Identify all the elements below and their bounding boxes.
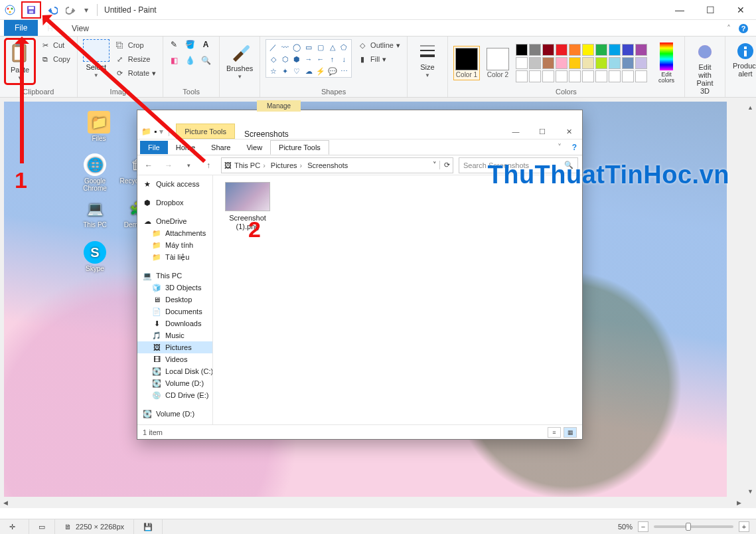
crop-button[interactable]: ⿻Crop (113, 39, 157, 51)
help-icon[interactable]: ? (736, 21, 751, 36)
explorer-qat[interactable]: ▪ (154, 127, 157, 136)
color-swatch[interactable] (595, 44, 607, 56)
color-swatch[interactable] (542, 57, 554, 69)
custom-color-slot[interactable] (569, 70, 581, 82)
nav-recent[interactable]: ▾ (181, 158, 196, 173)
breadcrumb-dropdown[interactable]: ˅ (433, 161, 437, 169)
eraser-tool[interactable]: ◧ (169, 55, 179, 66)
color-swatch[interactable] (516, 44, 528, 56)
tree-item[interactable]: ⬢Dropbox (137, 197, 212, 209)
paint-app-icon[interactable] (3, 3, 17, 17)
ribbon-expand[interactable]: ˅ (552, 143, 567, 152)
custom-color-slot[interactable] (609, 70, 621, 82)
color-swatch[interactable] (622, 57, 634, 69)
tree-item[interactable]: ☁OneDrive (137, 215, 212, 227)
tree-item[interactable]: 🧊3D Objects (137, 282, 212, 294)
fill-tool[interactable]: 🪣 (185, 39, 195, 50)
custom-color-slot[interactable] (516, 70, 528, 82)
color-swatch[interactable] (582, 44, 594, 56)
color-swatch[interactable] (529, 44, 541, 56)
tree-item[interactable]: 📁Attachments (137, 227, 212, 239)
size-button[interactable]: Size▼ (413, 39, 442, 81)
maximize-button[interactable]: ☐ (695, 0, 725, 20)
resize-button[interactable]: ⤢Resize (113, 53, 157, 65)
tree-item[interactable]: ⬇Downloads (137, 317, 212, 329)
edit-colors-button[interactable]: Edit colors (654, 40, 679, 86)
color-swatch[interactable] (609, 57, 621, 69)
tree-item[interactable]: 🎵Music (137, 329, 212, 341)
tree-item[interactable]: 💽Volume (D:) (137, 408, 212, 420)
pencil-tool[interactable]: ✎ (169, 39, 179, 50)
ribbon-collapse[interactable]: ˄ (721, 21, 736, 36)
tree-item[interactable]: 🎞Videos (137, 353, 212, 365)
desktop-icon[interactable]: 📁Files (81, 111, 117, 142)
tree-item[interactable]: 🖼Pictures (137, 341, 212, 353)
product-alert-button[interactable]: Product alert (731, 39, 756, 80)
scroll-up[interactable]: ▲ (745, 102, 756, 113)
desktop-icon[interactable]: 💻This PC (77, 197, 113, 228)
tree-item[interactable]: 📁Tài liệu (137, 251, 212, 263)
explorer-help[interactable]: ? (567, 143, 582, 152)
custom-color-slot[interactable] (582, 70, 594, 82)
custom-color-slot[interactable] (542, 70, 554, 82)
tree-item[interactable]: 💻This PC (137, 270, 212, 282)
breadcrumb-seg[interactable]: Pictures (271, 161, 305, 169)
tree-item[interactable]: 💽Local Disk (C:) (137, 365, 212, 377)
explorer-close[interactable]: ✕ (556, 124, 582, 139)
shapes-gallery[interactable]: ／〰◯▭▢△⬠ ◇⬡⬢→←↑↓ ☆✦♡☁⚡💬⋯ (265, 39, 352, 78)
rotate-button[interactable]: ⟳Rotate ▾ (113, 67, 157, 79)
tree-item[interactable]: 📄Documents (137, 306, 212, 317)
scroll-down[interactable]: ▼ (745, 486, 756, 497)
tree-item[interactable]: 📁Máy tính (137, 239, 212, 251)
color-swatch[interactable] (556, 44, 567, 56)
color-swatch[interactable] (622, 44, 634, 56)
color-swatch[interactable] (529, 57, 541, 69)
minimize-button[interactable]: — (664, 0, 695, 20)
brushes-button[interactable]: Brushes▼ (225, 39, 254, 82)
refresh-icon[interactable]: ⟳ (439, 161, 450, 169)
zoom-in[interactable]: + (739, 521, 749, 532)
color-swatch[interactable] (635, 57, 647, 69)
color-swatch[interactable] (595, 57, 607, 69)
tree-item[interactable]: 💽Volume (D:) (137, 377, 212, 389)
breadcrumb-seg[interactable]: Screenshots (307, 161, 348, 169)
tree-item[interactable]: ★Quick access (137, 178, 212, 190)
zoom-out[interactable]: − (638, 521, 648, 532)
vertical-scrollbar[interactable]: ▲ ▼ (745, 102, 756, 497)
custom-color-slot[interactable] (635, 70, 647, 82)
contextual-tab[interactable]: Picture Tools (176, 124, 235, 139)
nav-back[interactable]: ← (141, 158, 156, 173)
color-swatch[interactable] (582, 57, 594, 69)
shape-outline-button[interactable]: ◇Outline ▾ (356, 39, 402, 51)
text-tool[interactable]: A (200, 39, 211, 50)
color1-slot[interactable]: Color 1 (453, 46, 480, 80)
color-swatch[interactable] (569, 44, 581, 56)
breadcrumb[interactable]: 🖼 This PC Pictures Screenshots ˅ ⟳ (221, 157, 453, 173)
zoom-slider[interactable] (654, 525, 733, 528)
custom-color-slot[interactable] (595, 70, 607, 82)
tab-view[interactable]: View (62, 21, 98, 36)
file-list[interactable]: Screenshot (1).png (213, 175, 582, 424)
breadcrumb-seg[interactable]: This PC (234, 161, 268, 169)
tree-item[interactable]: 🖥Desktop (137, 294, 212, 306)
scroll-left[interactable]: ◀ (0, 497, 11, 508)
tree-item[interactable]: 💿CD Drive (E:) (137, 389, 212, 401)
picker-tool[interactable]: 💧 (185, 55, 195, 66)
explorer-qat[interactable]: ▾ (159, 127, 163, 136)
close-button[interactable]: ✕ (725, 0, 756, 20)
copy-button[interactable]: ⧉Copy (38, 53, 72, 65)
nav-forward[interactable]: → (161, 158, 176, 173)
magnifier-tool[interactable]: 🔍 (200, 55, 211, 66)
desktop-icon[interactable]: 🌐Google Chrome (77, 153, 113, 192)
shape-fill-button[interactable]: ▮Fill ▾ (356, 53, 402, 65)
color-swatch[interactable] (516, 57, 528, 69)
color-swatch[interactable] (635, 44, 647, 56)
explorer-tab-file[interactable]: File (140, 141, 168, 154)
color-swatch[interactable] (556, 57, 567, 69)
custom-color-slot[interactable] (556, 70, 567, 82)
explorer-tab-share[interactable]: Share (203, 141, 238, 154)
custom-color-slot[interactable] (529, 70, 541, 82)
view-details[interactable]: ≡ (548, 427, 561, 438)
custom-color-slot[interactable] (622, 70, 634, 82)
explorer-tab-picture-tools[interactable]: Picture Tools (270, 140, 329, 155)
